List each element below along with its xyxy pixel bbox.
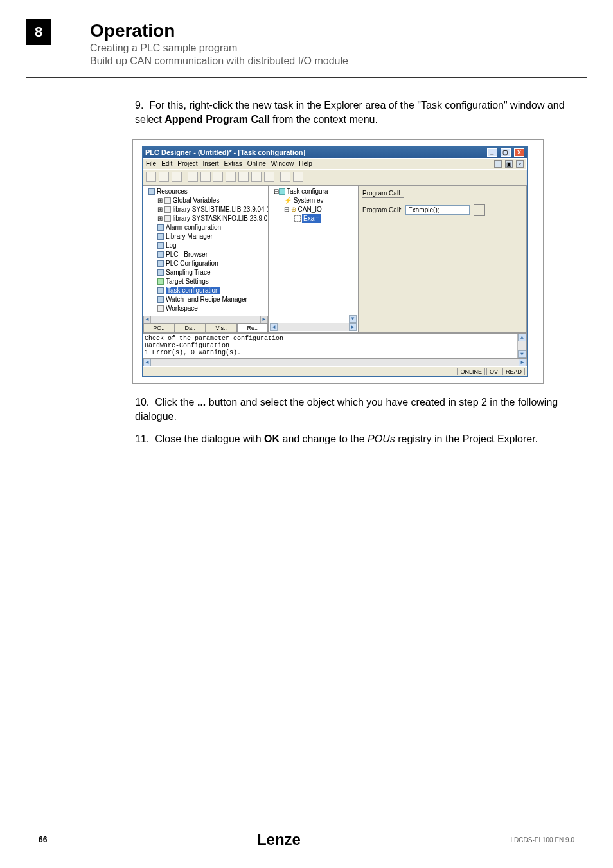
toolbar-icon[interactable] — [188, 172, 198, 182]
scroll-down-icon[interactable]: ▼ — [518, 350, 526, 358]
menu-extras[interactable]: Extras — [224, 160, 242, 167]
tree-item-global-variables[interactable]: ⊞ Global Variables — [145, 196, 267, 205]
toolbar-icon[interactable] — [251, 172, 262, 182]
maximize-button[interactable]: ▢ — [501, 148, 511, 157]
message-line: Check of the parameter configuration — [145, 335, 525, 342]
scroll-down-icon[interactable]: ▼ — [349, 315, 357, 323]
tree-item-alarm-config[interactable]: Alarm configuration — [145, 223, 267, 232]
toolbar-icon[interactable] — [264, 172, 274, 182]
status-read: READ — [502, 368, 525, 375]
task-tree-system-events[interactable]: ⚡ System ev — [270, 196, 357, 205]
step-11-text-e: registry in the Project Explorer. — [395, 433, 538, 444]
child-close[interactable]: × — [516, 160, 524, 168]
menu-help[interactable]: Help — [299, 160, 312, 167]
step-11-pous: POUs — [368, 433, 395, 444]
document-id: LDCDS-EL100 EN 9.0 — [511, 836, 575, 844]
scroll-left-icon[interactable]: ◄ — [143, 316, 151, 323]
task-tree-can-io[interactable]: ⊟ ⊕ CAN_IO — [270, 205, 357, 214]
brand-logo: Lenze — [257, 831, 301, 849]
message-hscroll[interactable]: ◄ ► — [143, 359, 527, 366]
menu-online[interactable]: Online — [247, 160, 266, 167]
tree-item-sampling-trace[interactable]: Sampling Trace — [145, 268, 267, 277]
toolbar-icon[interactable] — [226, 172, 236, 182]
minimize-button[interactable]: _ — [487, 148, 497, 157]
properties-panel: Program Call Program Call: Example(); ..… — [359, 186, 526, 332]
toolbar-icon[interactable] — [172, 172, 182, 182]
plc-designer-window: PLC Designer - (Untitled)* - [Task confi… — [142, 146, 528, 377]
scroll-right-icon[interactable]: ► — [260, 316, 268, 323]
program-call-tab[interactable]: Program Call — [362, 190, 404, 198]
file-icon — [164, 215, 171, 222]
message-line: 1 Error(s), 0 Warning(s). — [145, 349, 525, 356]
tree-item-library-manager[interactable]: Library Manager — [145, 232, 267, 241]
step-11-text-c: and change to the — [280, 433, 368, 444]
menu-window[interactable]: Window — [271, 160, 294, 167]
close-button[interactable]: X — [514, 148, 524, 157]
toolbar-icon[interactable] — [213, 172, 223, 182]
file-icon — [164, 206, 171, 213]
scroll-left-icon[interactable]: ◄ — [270, 323, 278, 331]
step-10: 10. Click the ... button and select the … — [135, 395, 574, 424]
window-controls: _ ▢ X — [486, 148, 524, 157]
program-call-icon — [294, 215, 301, 222]
child-minimize[interactable]: _ — [494, 160, 502, 168]
toolbar-icon[interactable] — [238, 172, 249, 182]
task-tree-example[interactable]: Exam — [270, 214, 357, 223]
program-call-field-label: Program Call: — [362, 206, 402, 213]
scroll-right-icon[interactable]: ► — [349, 323, 357, 331]
explorer-tabs: PO.. Da.. Vis.. Re.. — [143, 323, 268, 332]
message-vscroll[interactable]: ▲ ▼ — [517, 334, 526, 358]
toolbar-icon[interactable] — [159, 172, 169, 182]
menu-file[interactable]: File — [146, 160, 156, 167]
tab-data[interactable]: Da.. — [175, 324, 206, 332]
content-area: 9. For this, right-click the new task in… — [0, 78, 613, 446]
program-call-input[interactable]: Example(); — [405, 205, 470, 215]
scroll-right-icon[interactable]: ► — [519, 359, 526, 366]
menu-project[interactable]: Project — [177, 160, 197, 167]
mid-hscroll[interactable]: ◄ ► — [270, 323, 357, 331]
browse-button[interactable]: ... — [474, 204, 485, 216]
tree-item-log[interactable]: Log — [145, 241, 267, 250]
tree-item-target-settings[interactable]: Target Settings — [145, 277, 267, 286]
scroll-up-icon[interactable]: ▲ — [518, 334, 526, 341]
tab-pous[interactable]: PO.. — [143, 324, 175, 332]
step-11-button: OK — [264, 433, 280, 444]
tree-item-systaskinfo[interactable]: ⊞ library SYSTASKINFO.LIB 23.9.04 — [145, 214, 267, 223]
scroll-left-icon[interactable]: ◄ — [143, 359, 151, 366]
task-tree-root[interactable]: ⊟Task configura — [270, 187, 357, 196]
statusbar: ONLINE OV READ — [143, 366, 527, 376]
toolbar-icon[interactable] — [293, 172, 303, 182]
tree-item-plc-browser[interactable]: PLC - Browser — [145, 250, 267, 259]
tree-item-task-configuration[interactable]: Task configuration — [145, 286, 267, 295]
menu-insert[interactable]: Insert — [202, 160, 218, 167]
tree-item-workspace[interactable]: Workspace — [145, 304, 267, 313]
task-tree: ⊟Task configura ⚡ System ev ⊟ ⊕ CAN_IO E… — [270, 187, 357, 314]
header-text-block: Operation Creating a PLC sample program … — [90, 19, 348, 67]
menu-edit[interactable]: Edit — [161, 160, 172, 167]
explorer-hscroll[interactable]: ◄ ► — [143, 316, 268, 323]
tree-item-watch-recipe[interactable]: Watch- and Recipe Manager — [145, 295, 267, 304]
message-window: Check of the parameter configuration Har… — [143, 333, 527, 359]
child-restore[interactable]: ▣ — [505, 160, 513, 168]
log-icon — [157, 242, 164, 249]
library-icon — [157, 233, 164, 240]
tab-resources[interactable]: Re.. — [237, 324, 269, 332]
page-header: 8 Operation Creating a PLC sample progra… — [0, 0, 613, 72]
lightning-icon: ⚡ — [284, 197, 292, 204]
toolbar-icon[interactable] — [280, 172, 290, 182]
task-icon — [157, 287, 164, 294]
selected-tree-label: Task configuration — [166, 287, 220, 294]
message-line: Hardware-Configuration — [145, 342, 525, 349]
page-number: 66 — [39, 835, 47, 844]
tree-item-syslibtime[interactable]: ⊞ library SYSLIBTIME.LIB 23.9.04 12 — [145, 205, 267, 214]
window-titlebar: PLC Designer - (Untitled)* - [Task confi… — [143, 147, 527, 158]
config-icon — [157, 224, 164, 231]
toolbar-icon[interactable] — [146, 172, 156, 182]
tree-item-plc-configuration[interactable]: PLC Configuration — [145, 259, 267, 268]
toolbar-icon[interactable] — [200, 172, 211, 182]
browser-icon — [157, 251, 164, 258]
tab-visual[interactable]: Vis.. — [206, 324, 237, 332]
tree-root[interactable]: Resources — [145, 187, 267, 196]
screenshot-frame: PLC Designer - (Untitled)* - [Task confi… — [132, 139, 544, 384]
target-icon — [157, 278, 164, 285]
